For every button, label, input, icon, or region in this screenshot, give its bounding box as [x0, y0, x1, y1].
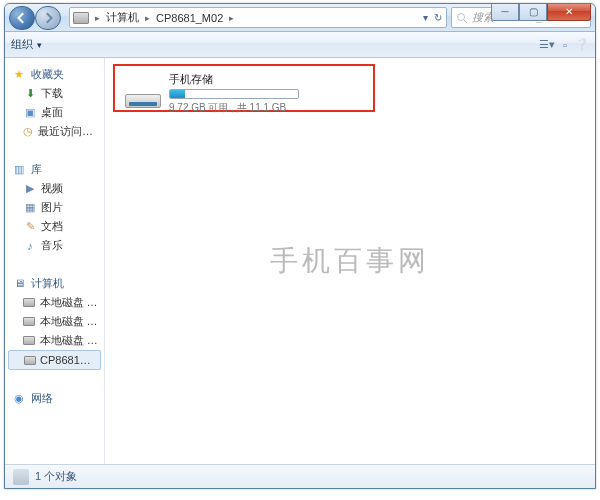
- sidebar-item[interactable]: ◷最近访问的位置: [5, 122, 104, 141]
- sidebar-item-label: 本地磁盘 (C:): [40, 295, 98, 310]
- organize-button[interactable]: 组织: [11, 37, 33, 52]
- sidebar-item[interactable]: 本地磁盘 (D:): [5, 312, 104, 331]
- sidebar-item-label: 文档: [41, 219, 63, 234]
- network-label: 网络: [31, 391, 53, 406]
- close-button[interactable]: ✕: [547, 3, 591, 21]
- sidebar-item-label: 本地磁盘 (E:): [40, 333, 98, 348]
- minimize-button[interactable]: ─: [491, 3, 519, 21]
- content-pane: 手机存储 9.72 GB 可用 , 共 11.1 GB 手机百事网: [105, 58, 595, 464]
- libraries-label: 库: [31, 162, 42, 177]
- back-button[interactable]: [9, 6, 35, 30]
- item-icon: ▣: [23, 106, 37, 120]
- item-icon: ✎: [23, 220, 37, 234]
- svg-point-0: [458, 13, 465, 20]
- libraries-icon: ▥: [11, 161, 27, 177]
- computer-label: 计算机: [31, 276, 64, 291]
- svg-line-1: [464, 20, 467, 23]
- status-count: 1 个对象: [35, 469, 77, 484]
- sidebar-item-label: 桌面: [41, 105, 63, 120]
- item-icon: ▦: [23, 201, 37, 215]
- address-dropdown-icon[interactable]: ▾: [423, 12, 428, 23]
- refresh-icon[interactable]: ↻: [434, 12, 442, 23]
- sidebar-item[interactable]: CP8681_M02: [8, 350, 101, 370]
- status-bar: 1 个对象: [5, 464, 595, 488]
- drive-icon: [23, 296, 36, 310]
- drive-icon: [24, 353, 36, 367]
- sidebar-item-label: 本地磁盘 (D:): [40, 314, 98, 329]
- address-actions: ▾ ↻: [419, 12, 446, 23]
- sidebar-item-label: 图片: [41, 200, 63, 215]
- highlight-box: 手机存储 9.72 GB 可用 , 共 11.1 GB: [113, 64, 375, 112]
- favorites-header[interactable]: ★ 收藏夹: [5, 64, 104, 84]
- drive-icon: [73, 12, 89, 24]
- computer-icon: 🖥: [11, 275, 27, 291]
- navigation-pane: ★ 收藏夹 ⬇下载▣桌面◷最近访问的位置 ▥ 库 ▶视频▦图片✎文档♪音乐 🖥 …: [5, 58, 105, 464]
- breadcrumb-device[interactable]: CP8681_M02: [152, 8, 227, 27]
- toolbar: 组织 ▾ ☰▾ ▫ ❔: [5, 32, 595, 58]
- sidebar-item[interactable]: ▦图片: [5, 198, 104, 217]
- sidebar-item-label: 最近访问的位置: [38, 124, 98, 139]
- sidebar-item-label: CP8681_M02: [40, 354, 94, 366]
- search-icon: [456, 12, 468, 24]
- item-icon: ▶: [23, 182, 37, 196]
- sidebar-item[interactable]: ▶视频: [5, 179, 104, 198]
- maximize-button[interactable]: ▢: [519, 3, 547, 21]
- item-icon: ⬇: [23, 87, 37, 101]
- drive-icon: [23, 315, 36, 329]
- star-icon: ★: [11, 66, 27, 82]
- storage-item[interactable]: 手机存储 9.72 GB 可用 , 共 11.1 GB: [115, 66, 373, 121]
- storage-usage-bar: [169, 89, 299, 99]
- libraries-group: ▥ 库 ▶视频▦图片✎文档♪音乐: [5, 159, 104, 255]
- window-controls: ─ ▢ ✕: [491, 3, 591, 21]
- explorer-window: ─ ▢ ✕ ▸ 计算机 ▸ CP8681_M02 ▸ ▾ ↻: [4, 3, 596, 489]
- storage-info: 手机存储 9.72 GB 可用 , 共 11.1 GB: [169, 72, 363, 115]
- drive-icon: [23, 334, 36, 348]
- favorites-group: ★ 收藏夹 ⬇下载▣桌面◷最近访问的位置: [5, 64, 104, 141]
- item-icon: ♪: [23, 239, 37, 253]
- libraries-header[interactable]: ▥ 库: [5, 159, 104, 179]
- sidebar-item-label: 视频: [41, 181, 63, 196]
- favorites-label: 收藏夹: [31, 67, 64, 82]
- organize-dropdown-icon[interactable]: ▾: [37, 40, 42, 50]
- preview-pane-icon[interactable]: ▫: [563, 39, 567, 51]
- network-icon: ◉: [11, 390, 27, 406]
- breadcrumb-sep: ▸: [93, 13, 102, 23]
- sidebar-item[interactable]: ⬇下载: [5, 84, 104, 103]
- window-body: ★ 收藏夹 ⬇下载▣桌面◷最近访问的位置 ▥ 库 ▶视频▦图片✎文档♪音乐 🖥 …: [5, 58, 595, 464]
- sidebar-item-label: 音乐: [41, 238, 63, 253]
- sidebar-item[interactable]: ♪音乐: [5, 236, 104, 255]
- nav-buttons: [5, 4, 65, 31]
- network-header[interactable]: ◉ 网络: [5, 388, 104, 408]
- sidebar-item-label: 下载: [41, 86, 63, 101]
- computer-group: 🖥 计算机 本地磁盘 (C:)本地磁盘 (D:)本地磁盘 (E:)CP8681_…: [5, 273, 104, 370]
- computer-header[interactable]: 🖥 计算机: [5, 273, 104, 293]
- sidebar-item[interactable]: ▣桌面: [5, 103, 104, 122]
- storage-free-text: 9.72 GB 可用 , 共 11.1 GB: [169, 101, 363, 115]
- help-icon[interactable]: ❔: [575, 38, 589, 51]
- address-bar[interactable]: ▸ 计算机 ▸ CP8681_M02 ▸ ▾ ↻: [69, 7, 447, 28]
- item-icon: ◷: [23, 125, 34, 139]
- breadcrumb-computer[interactable]: 计算机: [102, 8, 143, 27]
- breadcrumb-sep: ▸: [143, 13, 152, 23]
- storage-name: 手机存储: [169, 72, 363, 87]
- breadcrumb-sep: ▸: [227, 13, 236, 23]
- view-options-icon[interactable]: ☰▾: [539, 38, 555, 51]
- watermark: 手机百事网: [270, 242, 430, 280]
- forward-button[interactable]: [35, 6, 61, 30]
- sidebar-item[interactable]: 本地磁盘 (C:): [5, 293, 104, 312]
- status-icon: [13, 469, 29, 485]
- sidebar-item[interactable]: ✎文档: [5, 217, 104, 236]
- network-group: ◉ 网络: [5, 388, 104, 408]
- storage-drive-icon: [125, 80, 161, 108]
- sidebar-item[interactable]: 本地磁盘 (E:): [5, 331, 104, 350]
